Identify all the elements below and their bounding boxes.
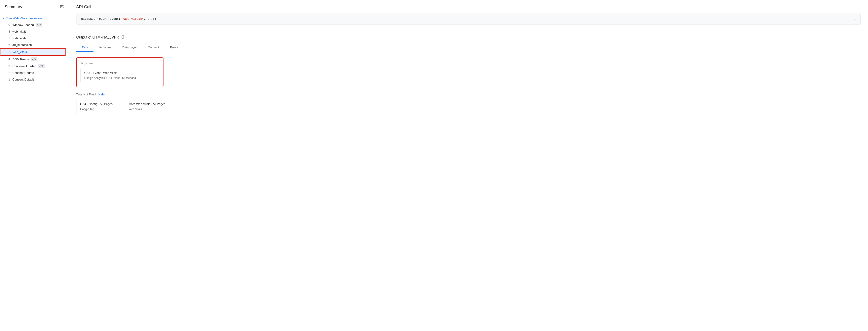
item-number: 3 xyxy=(6,64,10,68)
sidebar-item-web-vitals-5[interactable]: 5 web_vitals xyxy=(0,48,66,56)
item-name: DOM Ready xyxy=(12,58,29,61)
tab-tags[interactable]: Tags xyxy=(76,43,93,52)
code-string: "web_vitals" xyxy=(122,17,144,21)
output-section: Output of GTM-PMZ5VPR ⓘ Tags Variables D… xyxy=(69,29,868,120)
fired-tag-card-0[interactable]: GA4 - Event - Web Vitals Google Analytic… xyxy=(81,68,159,83)
fired-tag-subtitle: Google Analytics: GA4 Event - Succeeded xyxy=(84,76,155,79)
code-icon: </> xyxy=(36,23,42,27)
item-name: Consent Default xyxy=(12,78,34,81)
item-number: 6 xyxy=(6,43,10,46)
tags-fired-label: Tags Fired xyxy=(81,62,159,65)
code-content: dataLayer.push({event: "web_vitals", ...… xyxy=(81,17,156,21)
api-call-title: API Call xyxy=(76,5,861,9)
item-number: 7 xyxy=(6,36,10,40)
sidebar-item-dom-ready[interactable]: 4 DOM Ready </> xyxy=(0,56,66,63)
item-name: ad_impression xyxy=(12,43,32,46)
item-name: Container Loaded xyxy=(12,64,36,68)
item-name: Window Loaded xyxy=(12,23,34,27)
not-fired-tag-subtitle-1: Web Vitals xyxy=(129,107,167,111)
code-prefix: dataLayer.push({event: xyxy=(81,17,122,21)
tabs-bar: Tags Variables Data Layer Consent Errors xyxy=(76,43,861,52)
tab-errors[interactable]: Errors xyxy=(165,43,184,52)
sidebar-item-consent-default[interactable]: 1 Consent Default xyxy=(0,76,66,83)
sidebar-group: ▼ Core Web Vitals measurem... 9 Window L… xyxy=(0,13,69,85)
help-icon[interactable]: ⓘ xyxy=(122,35,125,40)
item-number: 4 xyxy=(6,58,10,61)
not-fired-tag-card-0[interactable]: GA4 - Config - All Pages Google Tag xyxy=(76,99,122,114)
sidebar-title: Summary xyxy=(5,5,22,9)
tags-not-fired-cards: GA4 - Config - All Pages Google Tag Core… xyxy=(76,99,861,114)
sidebar-header: Summary xyxy=(0,0,69,13)
sidebar-item-web-vitals-7[interactable]: 7 web_vitals xyxy=(0,35,66,41)
main-header: API Call dataLayer.push({event: "web_vit… xyxy=(69,0,868,29)
tags-not-fired-header: Tags Not Fired Hide xyxy=(76,93,861,96)
filter-icon[interactable] xyxy=(60,4,64,10)
tags-fired-section: Tags Fired GA4 - Event - Web Vitals Goog… xyxy=(76,57,163,87)
not-fired-tag-subtitle-0: Google Tag xyxy=(80,107,118,111)
item-name: Consent Update xyxy=(12,71,34,74)
not-fired-tag-title-1: Core Web Vitals - All Pages xyxy=(129,102,167,106)
output-title: Output of GTM-PMZ5VPR ⓘ xyxy=(76,35,861,40)
item-number: 5 xyxy=(7,50,10,54)
fired-tag-title: GA4 - Event - Web Vitals xyxy=(84,71,155,74)
hide-button[interactable]: Hide xyxy=(98,93,105,96)
tab-data-layer[interactable]: Data Layer xyxy=(117,43,143,52)
item-number: 1 xyxy=(6,78,10,81)
expand-icon[interactable]: ⌄ xyxy=(854,16,856,21)
tags-not-fired-label: Tags Not Fired xyxy=(76,93,96,96)
item-name: web_vitals xyxy=(12,30,26,33)
sidebar: Summary ▼ Core Web Vitals measurem... 9 … xyxy=(0,0,69,331)
main-content: API Call dataLayer.push({event: "web_vit… xyxy=(69,0,868,331)
code-icon: </> xyxy=(31,57,38,61)
not-fired-tag-card-1[interactable]: Core Web Vitals - All Pages Web Vitals xyxy=(125,99,171,114)
sidebar-group-label: Core Web Vitals measurem... xyxy=(5,16,44,20)
tab-consent[interactable]: Consent xyxy=(143,43,164,52)
item-number: 2 xyxy=(6,71,10,74)
sidebar-item-ad-impression[interactable]: 6 ad_impression xyxy=(0,41,66,48)
sidebar-item-consent-update[interactable]: 2 Consent Update xyxy=(0,69,66,76)
output-title-text: Output of GTM-PMZ5VPR xyxy=(76,35,119,39)
svg-rect-2 xyxy=(62,7,63,7)
sidebar-item-container-loaded[interactable]: 3 Container Loaded </> xyxy=(0,63,66,69)
sidebar-item-window-loaded[interactable]: 9 Window Loaded </> xyxy=(0,21,66,28)
tab-variables[interactable]: Variables xyxy=(93,43,117,52)
item-number: 8 xyxy=(6,30,10,33)
item-number: 9 xyxy=(6,23,10,27)
item-name: web_vitals xyxy=(12,36,26,40)
tags-content: Tags Fired GA4 - Event - Web Vitals Goog… xyxy=(76,57,861,114)
chevron-down-icon: ▼ xyxy=(2,17,5,20)
code-block: dataLayer.push({event: "web_vitals", ...… xyxy=(76,13,861,25)
tags-not-fired-section: Tags Not Fired Hide GA4 - Config - All P… xyxy=(76,93,861,114)
sidebar-group-header[interactable]: ▼ Core Web Vitals measurem... xyxy=(0,15,69,21)
code-icon: </> xyxy=(38,64,45,68)
not-fired-tag-title-0: GA4 - Config - All Pages xyxy=(80,102,118,106)
code-suffix: , ...}) xyxy=(144,17,156,21)
sidebar-item-web-vitals-8[interactable]: 8 web_vitals xyxy=(0,28,66,35)
item-name: web_vitals xyxy=(13,50,27,54)
